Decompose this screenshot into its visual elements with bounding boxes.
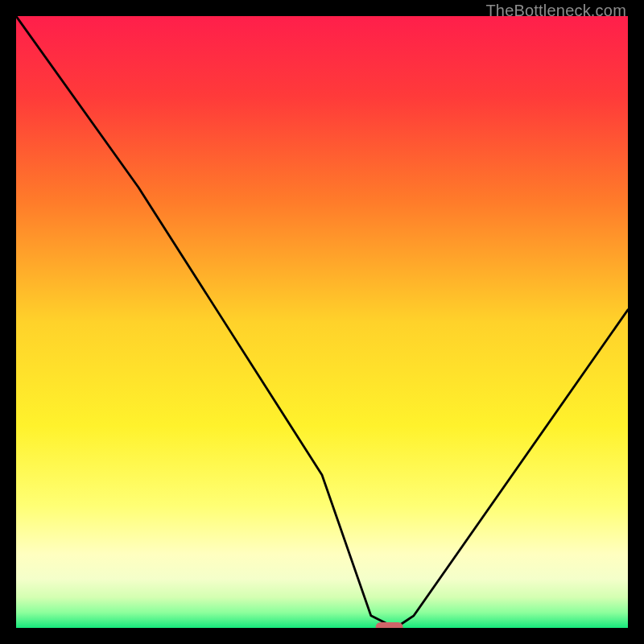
plot-area	[16, 16, 628, 628]
bottleneck-chart	[16, 16, 628, 628]
optimum-marker	[376, 622, 403, 628]
gradient-background	[16, 16, 628, 628]
watermark-text: TheBottleneck.com	[485, 2, 626, 20]
chart-frame: TheBottleneck.com	[0, 0, 644, 644]
